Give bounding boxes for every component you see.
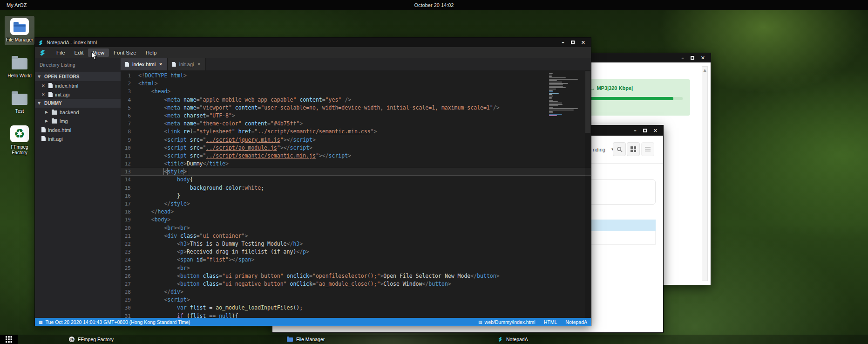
tree-section-label: DUMMY: [44, 101, 62, 106]
menu-font-size[interactable]: Font Size: [109, 48, 141, 57]
minimap-line: [549, 111, 553, 112]
minimap-line: [549, 77, 566, 78]
minimap-line: [549, 97, 552, 98]
tree-item-index.html[interactable]: index.html: [35, 125, 121, 134]
tree-item-init.agi[interactable]: init.agi: [35, 134, 121, 143]
chevron-right-icon[interactable]: ▶: [45, 110, 49, 114]
code-line: 23 <p>Received drag-in filelist (if any)…: [121, 248, 591, 256]
code-line: 22 <h3>This is a Dummy Testing Module</h…: [121, 240, 591, 248]
code-text: <meta name="viewport" content="user-scal…: [138, 104, 591, 112]
grid-view-button[interactable]: [627, 142, 640, 156]
line-number: 15: [121, 184, 138, 192]
notepada-title-bar[interactable]: NotepadA - index.html – ✕: [35, 38, 591, 47]
tab-label: init.agi: [179, 62, 194, 67]
desktop-icon-ffmpeg-factory[interactable]: ♻FFmpeg Factory: [5, 123, 34, 158]
minimize-icon[interactable]: –: [681, 55, 684, 61]
menu-edit[interactable]: Edit: [70, 48, 88, 57]
file-icon: [41, 127, 46, 132]
desktop-icon-file-manager[interactable]: File Manager: [5, 16, 34, 45]
scroll-up-icon[interactable]: ▲: [702, 67, 707, 72]
taskbar-item-notepada[interactable]: NotepadA: [493, 335, 533, 344]
menu-help[interactable]: Help: [141, 48, 162, 57]
ffmpeg-factory-icon: ◔: [69, 337, 75, 342]
status-language[interactable]: HTML: [544, 319, 557, 325]
tab-close-icon[interactable]: ✕: [197, 62, 201, 67]
code-line: 27 <button class="ui negative button" on…: [121, 280, 591, 288]
menu-view[interactable]: View: [88, 48, 109, 57]
code-text: <div class="ui container">: [138, 232, 591, 240]
tree-item-backend[interactable]: ▶backend: [35, 108, 121, 117]
tree-item-label: init.agi: [55, 92, 70, 97]
maximize-icon[interactable]: [643, 129, 647, 132]
line-number: 31: [121, 312, 138, 318]
line-number: 3: [121, 88, 138, 96]
search-button[interactable]: [613, 142, 626, 156]
line-number: 9: [121, 136, 138, 144]
line-number: 5: [121, 104, 138, 112]
list-view-button[interactable]: [641, 142, 654, 156]
line-number: 20: [121, 224, 138, 232]
minimap-line: [549, 82, 562, 83]
line-number: 28: [121, 288, 138, 296]
tab-bar: index.html✕init.agi✕: [121, 58, 591, 70]
code-line: 29 <script>: [121, 296, 591, 304]
code-text: <meta name="apple-mobile-web-app-capable…: [138, 96, 591, 104]
chevron-right-icon[interactable]: ▶: [45, 119, 49, 123]
sidebar: Directory Listing ▼OPEN EDITORS✕index.ht…: [35, 58, 121, 318]
code-line: 30 var flist = ao_module_loadInputFiles(…: [121, 304, 591, 312]
tab-index.html[interactable]: index.html✕: [121, 58, 168, 70]
code-line: 6 <meta charset="UTF-8">: [121, 112, 591, 120]
tree-item-init.agi[interactable]: ✕init.agi: [35, 90, 121, 99]
minimap[interactable]: [549, 73, 582, 117]
tab-init.agi[interactable]: init.agi✕: [168, 58, 206, 70]
line-number: 14: [121, 176, 138, 184]
scrollbar-thumb[interactable]: [585, 71, 590, 133]
desktop-icon-hello-world[interactable]: Hello World: [5, 52, 34, 81]
desktop-icon-test[interactable]: Test: [5, 87, 34, 117]
notepada-logo-icon: [38, 40, 44, 46]
code-line: 13 <style>: [121, 168, 591, 176]
menu-bar: FileEditViewFont SizeHelp: [35, 47, 591, 58]
grid-view-icon: [631, 146, 636, 152]
code-line: 26 <button class="ui primary button" onc…: [121, 272, 591, 280]
close-icon[interactable]: ✕: [653, 128, 658, 133]
taskbar-item-file-manager[interactable]: File Manager: [282, 335, 329, 344]
tree-section-open-editors[interactable]: ▼OPEN EDITORS: [35, 72, 121, 81]
code-text: <!DOCTYPE html>: [138, 72, 591, 80]
tree-section-dummy[interactable]: ▼DUMMY: [35, 99, 121, 108]
close-icon[interactable]: ✕: [581, 40, 585, 45]
maximize-icon[interactable]: [571, 41, 575, 44]
sort-dropdown[interactable]: nding: [593, 147, 605, 152]
code-line: 24 <span id="flist"></span>: [121, 256, 591, 264]
status-filepath[interactable]: web/Dummy/index.html: [485, 319, 536, 325]
line-number: 29: [121, 296, 138, 304]
code-line: 1<!DOCTYPE html>: [121, 72, 591, 80]
maximize-icon[interactable]: [691, 56, 694, 60]
code-editor[interactable]: 1<!DOCTYPE html>2<html>3 <head>4 <meta n…: [121, 70, 591, 318]
code-line: 3 <head>: [121, 88, 591, 96]
tab-close-icon[interactable]: ✕: [159, 62, 163, 67]
app-launcher-button[interactable]: [0, 335, 18, 344]
code-text: <br><br>: [138, 224, 591, 232]
minimap-line: [549, 110, 574, 110]
close-file-icon[interactable]: ✕: [41, 83, 46, 88]
code-text: <meta charset="UTF-8">: [138, 112, 591, 120]
editor-scrollbar[interactable]: [585, 70, 591, 318]
minimap-line: [549, 115, 557, 116]
file-icon: ▤: [478, 320, 482, 324]
tree-item-img[interactable]: ▶img: [35, 117, 121, 125]
tree-item-index.html[interactable]: ✕index.html: [35, 81, 121, 90]
minimize-icon[interactable]: –: [634, 128, 637, 133]
taskbar-item-ffmpeg-factory[interactable]: ◔FFmpeg Factory: [64, 335, 118, 344]
code-line: 10 <script src="../script/ao_module.js">…: [121, 144, 591, 152]
code-text: }: [138, 192, 591, 200]
close-file-icon[interactable]: ✕: [41, 92, 46, 97]
code-line: 4 <meta name="apple-mobile-web-app-capab…: [121, 96, 591, 104]
menu-file[interactable]: File: [52, 48, 70, 57]
scrollbar[interactable]: ▲: [702, 66, 708, 281]
close-icon[interactable]: ✕: [701, 55, 705, 61]
minimize-icon[interactable]: –: [562, 40, 564, 45]
tree-section-label: OPEN EDITORS: [44, 74, 79, 79]
code-text: <link rel="stylesheet" href="../script/s…: [138, 128, 591, 136]
clock: October 20 14:02: [0, 2, 868, 8]
